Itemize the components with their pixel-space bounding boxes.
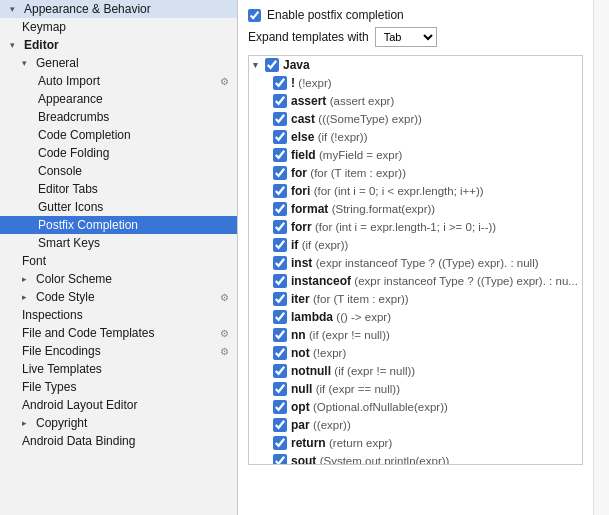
template-checkbox[interactable] bbox=[273, 382, 287, 396]
sidebar-item-file-types[interactable]: File Types bbox=[0, 378, 237, 396]
template-checkbox[interactable] bbox=[273, 310, 287, 324]
template-label: sout (System.out.println(expr)) bbox=[291, 454, 449, 465]
template-checkbox[interactable] bbox=[273, 436, 287, 450]
template-item[interactable]: if (if (expr)) bbox=[249, 236, 582, 254]
template-label: instanceof (expr instanceof Type ? ((Typ… bbox=[291, 274, 578, 288]
sidebar-item-copyright[interactable]: ▸ Copyright bbox=[0, 414, 237, 432]
enable-postfix-row: Enable postfix completion bbox=[248, 8, 583, 22]
template-checkbox[interactable] bbox=[273, 418, 287, 432]
sidebar-item-file-encodings[interactable]: File Encodings ⚙ bbox=[0, 342, 237, 360]
template-checkbox[interactable] bbox=[273, 94, 287, 108]
template-item[interactable]: null (if (expr == null)) bbox=[249, 380, 582, 398]
sidebar-label: Smart Keys bbox=[38, 236, 100, 250]
sidebar-item-keymap[interactable]: Keymap bbox=[0, 18, 237, 36]
template-checkbox[interactable] bbox=[273, 454, 287, 465]
expand-icon: ▾ bbox=[10, 40, 22, 50]
template-checkbox[interactable] bbox=[273, 292, 287, 306]
expand-icon: ▸ bbox=[22, 418, 34, 428]
sidebar-item-android-layout-editor[interactable]: Android Layout Editor bbox=[0, 396, 237, 414]
sidebar-label: General bbox=[36, 56, 79, 70]
sidebar-label: Appearance bbox=[38, 92, 103, 106]
main-panel: Enable postfix completion Expand templat… bbox=[238, 0, 593, 515]
template-label: assert (assert expr) bbox=[291, 94, 394, 108]
java-group-checkbox[interactable] bbox=[265, 58, 279, 72]
sidebar-item-smart-keys[interactable]: Smart Keys bbox=[0, 234, 237, 252]
template-checkbox[interactable] bbox=[273, 130, 287, 144]
template-checkbox[interactable] bbox=[273, 364, 287, 378]
template-item[interactable]: fori (for (int i = 0; i < expr.length; i… bbox=[249, 182, 582, 200]
sidebar-item-appearance-behavior[interactable]: ▾ Appearance & Behavior bbox=[0, 0, 237, 18]
sidebar-item-editor-tabs[interactable]: Editor Tabs bbox=[0, 180, 237, 198]
template-item[interactable]: lambda (() -> expr) bbox=[249, 308, 582, 326]
template-checkbox[interactable] bbox=[273, 184, 287, 198]
template-item[interactable]: inst (expr instanceof Type ? ((Type) exp… bbox=[249, 254, 582, 272]
template-label: forr (for (int i = expr.length-1; i >= 0… bbox=[291, 220, 496, 234]
template-item[interactable]: iter (for (T item : expr)) bbox=[249, 290, 582, 308]
sidebar-item-color-scheme[interactable]: ▸ Color Scheme bbox=[0, 270, 237, 288]
template-item[interactable]: format (String.format(expr)) bbox=[249, 200, 582, 218]
sidebar-item-inspections[interactable]: Inspections bbox=[0, 306, 237, 324]
template-label: par ((expr)) bbox=[291, 418, 351, 432]
expand-templates-select[interactable]: Tab Space Enter bbox=[375, 27, 437, 47]
sidebar-item-console[interactable]: Console bbox=[0, 162, 237, 180]
sidebar-item-gutter-icons[interactable]: Gutter Icons bbox=[0, 198, 237, 216]
template-label: fori (for (int i = 0; i < expr.length; i… bbox=[291, 184, 484, 198]
template-checkbox[interactable] bbox=[273, 148, 287, 162]
template-item[interactable]: instanceof (expr instanceof Type ? ((Typ… bbox=[249, 272, 582, 290]
java-group-header[interactable]: ▾ Java bbox=[249, 56, 582, 74]
template-label: cast (((SomeType) expr)) bbox=[291, 112, 422, 126]
template-checkbox[interactable] bbox=[273, 220, 287, 234]
expand-icon: ▾ bbox=[22, 58, 34, 68]
sidebar-item-editor[interactable]: ▾ Editor bbox=[0, 36, 237, 54]
template-item[interactable]: cast (((SomeType) expr)) bbox=[249, 110, 582, 128]
template-item[interactable]: ! (!expr) bbox=[249, 74, 582, 92]
template-checkbox[interactable] bbox=[273, 238, 287, 252]
template-checkbox[interactable] bbox=[273, 328, 287, 342]
template-item[interactable]: par ((expr)) bbox=[249, 416, 582, 434]
sidebar-label: Appearance & Behavior bbox=[24, 2, 151, 16]
sidebar-label: Editor bbox=[24, 38, 59, 52]
sidebar-item-auto-import[interactable]: Auto Import ⚙ bbox=[0, 72, 237, 90]
template-label: format (String.format(expr)) bbox=[291, 202, 435, 216]
template-item[interactable]: not (!expr) bbox=[249, 344, 582, 362]
template-item[interactable]: sout (System.out.println(expr)) bbox=[249, 452, 582, 465]
template-checkbox[interactable] bbox=[273, 400, 287, 414]
sidebar-item-file-code-templates[interactable]: File and Code Templates ⚙ bbox=[0, 324, 237, 342]
template-item[interactable]: assert (assert expr) bbox=[249, 92, 582, 110]
sidebar-item-code-completion[interactable]: Code Completion bbox=[0, 126, 237, 144]
template-item[interactable]: else (if (!expr)) bbox=[249, 128, 582, 146]
template-item[interactable]: for (for (T item : expr)) bbox=[249, 164, 582, 182]
template-item[interactable]: forr (for (int i = expr.length-1; i >= 0… bbox=[249, 218, 582, 236]
template-label: return (return expr) bbox=[291, 436, 392, 450]
settings-icon: ⚙ bbox=[220, 76, 229, 87]
sidebar-label: Font bbox=[22, 254, 46, 268]
template-checkbox[interactable] bbox=[273, 256, 287, 270]
template-checkbox[interactable] bbox=[273, 166, 287, 180]
sidebar-label: Gutter Icons bbox=[38, 200, 103, 214]
sidebar-item-font[interactable]: Font bbox=[0, 252, 237, 270]
sidebar-item-breadcrumbs[interactable]: Breadcrumbs bbox=[0, 108, 237, 126]
template-checkbox[interactable] bbox=[273, 346, 287, 360]
sidebar-label: Color Scheme bbox=[36, 272, 112, 286]
sidebar-item-code-folding[interactable]: Code Folding bbox=[0, 144, 237, 162]
template-item[interactable]: field (myField = expr) bbox=[249, 146, 582, 164]
sidebar-item-code-style[interactable]: ▸ Code Style ⚙ bbox=[0, 288, 237, 306]
template-item[interactable]: return (return expr) bbox=[249, 434, 582, 452]
template-label: lambda (() -> expr) bbox=[291, 310, 391, 324]
sidebar-item-general[interactable]: ▾ General bbox=[0, 54, 237, 72]
template-item[interactable]: nn (if (expr != null)) bbox=[249, 326, 582, 344]
sidebar-item-live-templates[interactable]: Live Templates bbox=[0, 360, 237, 378]
template-checkbox[interactable] bbox=[273, 202, 287, 216]
template-checkbox[interactable] bbox=[273, 112, 287, 126]
sidebar-label: Breadcrumbs bbox=[38, 110, 109, 124]
java-group-label: Java bbox=[283, 58, 310, 72]
sidebar-item-appearance[interactable]: Appearance bbox=[0, 90, 237, 108]
template-checkbox[interactable] bbox=[273, 76, 287, 90]
enable-postfix-checkbox[interactable] bbox=[248, 9, 261, 22]
template-item[interactable]: opt (Optional.ofNullable(expr)) bbox=[249, 398, 582, 416]
template-checkbox[interactable] bbox=[273, 274, 287, 288]
sidebar-item-android-data-binding[interactable]: Android Data Binding bbox=[0, 432, 237, 450]
sidebar-item-postfix-completion[interactable]: Postfix Completion bbox=[0, 216, 237, 234]
template-label: notnull (if (expr != null)) bbox=[291, 364, 415, 378]
template-item[interactable]: notnull (if (expr != null)) bbox=[249, 362, 582, 380]
